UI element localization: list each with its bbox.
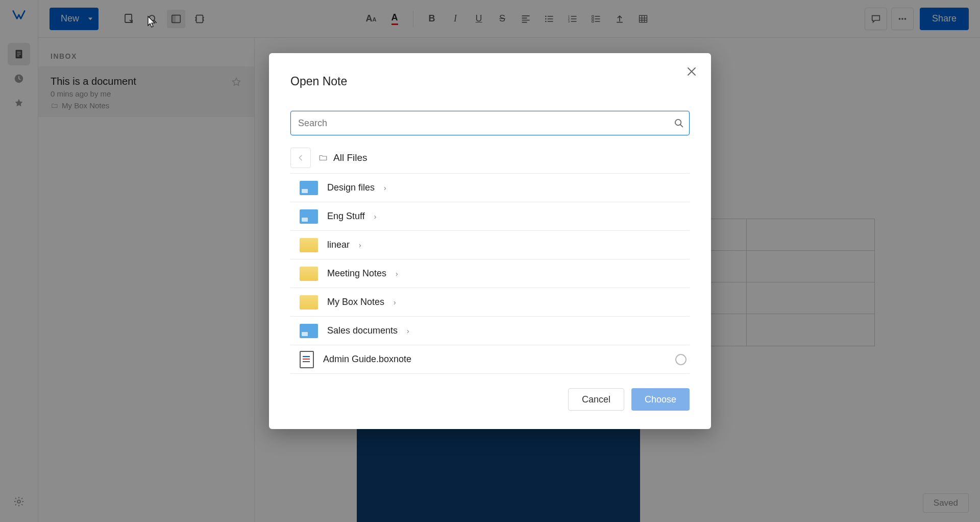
boxnote-icon [300,351,314,368]
file-row-folder[interactable]: Meeting Notes › [290,259,690,288]
folder-icon [300,238,318,252]
folder-icon [300,295,318,310]
chevron-right-icon: › [374,212,377,221]
folder-icon [300,267,318,281]
chevron-right-icon: › [384,184,386,192]
folder-icon [318,153,328,162]
breadcrumb-current: All Files [318,152,368,163]
search-input[interactable] [290,111,690,135]
breadcrumb-back-button[interactable] [290,148,311,168]
chevron-right-icon: › [394,298,396,306]
close-icon[interactable] [685,65,700,80]
modal-title: Open Note [290,75,690,88]
select-radio[interactable] [675,354,687,365]
choose-button[interactable]: Choose [631,388,690,411]
chevron-right-icon: › [407,327,409,335]
file-list: Design files › Eng Stuff › linear › Meet… [290,173,690,374]
chevron-right-icon: › [396,270,398,278]
file-row-folder[interactable]: linear › [290,231,690,259]
breadcrumb: All Files [290,148,690,168]
shared-folder-icon [300,181,318,195]
file-row-folder[interactable]: Design files › [290,174,690,202]
shared-folder-icon [300,209,318,224]
file-row-folder[interactable]: Eng Stuff › [290,202,690,231]
shared-folder-icon [300,324,318,338]
search-field-wrap [290,111,690,135]
modal-actions: Cancel Choose [290,388,690,411]
file-row-folder[interactable]: My Box Notes › [290,288,690,317]
cancel-button[interactable]: Cancel [568,388,624,411]
open-note-modal: Open Note All Files Design files › Eng S… [269,53,711,429]
search-icon[interactable] [673,117,684,129]
file-row-note[interactable]: Admin Guide.boxnote [290,345,690,374]
chevron-right-icon: › [359,241,361,249]
file-row-folder[interactable]: Sales documents › [290,317,690,345]
